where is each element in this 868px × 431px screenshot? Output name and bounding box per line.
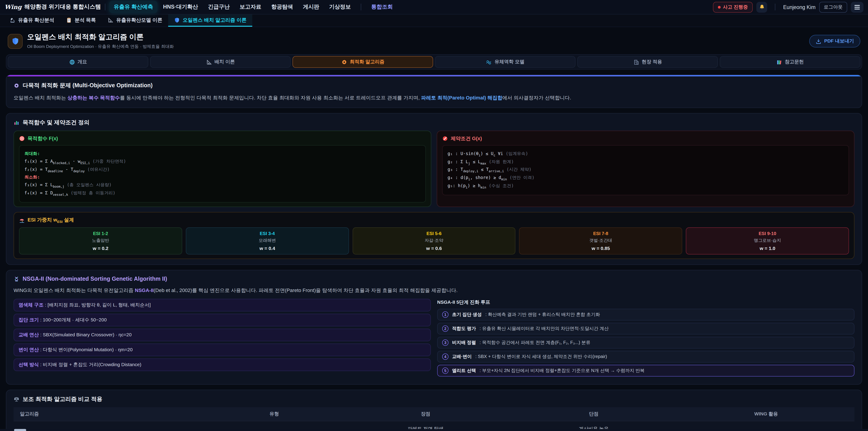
step-description: : 목적함수 공간에서 파레토 전면 계층(F₁, F₂, F₃...) 분류	[480, 339, 590, 346]
sub-tab-유출유 확산분석[interactable]: 유출유 확산분석	[4, 14, 60, 27]
main-nav: 유출유 확산예측HNS·대기확산긴급구난보고자료항공탐색게시판기상정보통합조회	[110, 1, 713, 13]
horizontal-scrollbar[interactable]	[0, 429, 868, 431]
esi-weight-value: w = 0.6	[355, 246, 513, 251]
parameter-label: 교배 연산	[19, 332, 39, 337]
incident-status-badge[interactable]: 사고 진행중	[713, 2, 753, 12]
page-icon-box	[8, 34, 23, 49]
dna-icon	[13, 276, 20, 282]
sub-tab-분석 목록[interactable]: 분석 목록	[60, 14, 102, 27]
step-label: 엘리트 선택	[452, 368, 476, 374]
logo-mark: Wing	[4, 4, 22, 10]
column-header-알고리즘: 알고리즘	[13, 407, 207, 421]
esi-weights-title: ESI 가중치 wESI 설계	[19, 217, 849, 224]
section-tab-유체역학 모델[interactable]: 유체역학 모델	[435, 56, 576, 68]
nsga-parameter-row: 선택 방식 : 비지배 정렬 + 혼잡도 거리(Crowding Distanc…	[13, 359, 431, 371]
section-tab-현장 적용[interactable]: 현장 적용	[577, 56, 718, 68]
section-tab-최적화 알고리즘[interactable]: 최적화 알고리즘	[292, 56, 433, 68]
section-tab-label: 최적화 알고리즘	[350, 59, 384, 65]
minimize-label: 최소화:	[24, 175, 421, 181]
nsga-parameter-row: 집단 크기 : 100~200개체 · 세대수 50~200	[13, 314, 431, 326]
section-tab-배치 이론[interactable]: 배치 이론	[150, 56, 291, 68]
microscope-icon	[9, 17, 16, 23]
step-label: 교배·변이	[452, 353, 472, 360]
logout-button[interactable]: 로그아웃	[819, 2, 847, 12]
incident-status-label: 사고 진행중	[723, 4, 748, 10]
shield-icon	[174, 17, 180, 23]
column-header-유형: 유형	[207, 407, 342, 421]
nav-item-기상정보[interactable]: 기상정보	[325, 1, 355, 13]
step-number: 5	[442, 368, 448, 374]
nav-item-항공탐색[interactable]: 항공탐색	[267, 1, 297, 13]
building-icon	[633, 59, 639, 65]
nsga-step-row: 4교배·변이 : SBX + 다항식 변이로 자식 세대 생성, 제약조건 위반…	[437, 351, 855, 363]
parameter-value: : [배치지점 좌표, 방향각 θ, 길이 L, 형태, 배치순서]	[43, 302, 151, 307]
section-tab-개요[interactable]: 개요	[8, 56, 148, 68]
menu-button[interactable]	[851, 2, 864, 12]
constraint-panel: 제약조건 G(x) g₁ : U·sin(θi) ≤ Uc ∀i (임계유속) …	[437, 130, 855, 207]
definition-heading: 목적함수 및 제약조건 정의	[13, 119, 855, 126]
esi-card-ESI 5-6: ESI 5-6자갈·조약w = 0.6	[352, 227, 516, 255]
page-subtitle: Oil Boom Deployment Optimization · 유출유 확…	[27, 44, 809, 50]
highlight-nsga: NSGA-II	[135, 288, 154, 293]
formula-line: f₃(x) = Σ Lboom,j (총 오일펜스 사용량)	[24, 182, 421, 189]
definition-panels: 목적함수 F(x) 최대화: f₁(x) = Σ Ablocked,i · wE…	[13, 130, 855, 207]
objective-panel: 목적함수 F(x) 최대화: f₁(x) = Σ Ablocked,i · wE…	[13, 130, 431, 207]
divider	[775, 4, 776, 10]
set-square-icon	[107, 17, 114, 23]
section-tab-참고문헌[interactable]: 참고문헌	[720, 56, 860, 68]
esi-range: ESI 1-2	[21, 231, 180, 236]
gear-icon	[341, 59, 347, 65]
esi-card-ESI 7-8: ESI 7-8갯벌·조간대w = 0.85	[519, 227, 682, 255]
esi-card-ESI 1-2: ESI 1-2노출암반w = 0.2	[19, 227, 182, 255]
nav-item-보고자료[interactable]: 보고자료	[236, 1, 266, 13]
notifications-button[interactable]	[756, 2, 767, 12]
beach-icon	[19, 217, 25, 223]
sub-tab-label: 유출유확산모델 이론	[116, 17, 162, 24]
esi-shore-type: 자갈·조약	[355, 238, 513, 244]
nsga-parameters: 염색체 구조 : [배치지점 좌표, 방향각 θ, 길이 L, 형태, 배치순서…	[13, 299, 431, 379]
sub-tab-오일펜스 배치 알고리즘 이론[interactable]: 오일펜스 배치 알고리즘 이론	[168, 14, 252, 27]
app-title: 해양환경 위기대응 통합시스템	[24, 3, 101, 11]
step-label: 적합도 평가	[452, 326, 476, 332]
wave-icon	[486, 59, 492, 65]
nav-item-통합조회[interactable]: 통합조회	[367, 1, 397, 13]
formula-line: f₁(x) = Σ Ablocked,i · wESI,i (가중 차단면적)	[24, 158, 421, 165]
table-header-row: 알고리즘유형장점단점WING 활용	[13, 407, 855, 421]
bar-chart-icon	[13, 120, 20, 125]
definition-card: 목적함수 및 제약조건 정의 목적함수 F(x) 최대화: f₁(x) = Σ …	[6, 113, 862, 265]
scrollbar-thumb[interactable]	[14, 429, 26, 431]
nsga-step-row: 1초기 집단 생성 : 확산예측 결과 기반 랜덤 + 휴리스틱 배치안 혼합 …	[437, 309, 855, 320]
parameter-label: 변이 연산	[19, 347, 39, 352]
main-content: 오일펜스 배치 최적화 알고리즘 이론 Oil Boom Deployment …	[0, 27, 868, 431]
scales-icon	[13, 396, 20, 402]
shield-icon	[11, 37, 19, 45]
objective-formulas: 최대화: f₁(x) = Σ Ablocked,i · wESI,i (가중 차…	[19, 145, 426, 203]
divider	[361, 4, 361, 10]
sub-tab-label: 유출유 확산분석	[18, 17, 54, 24]
sub-tab-label: 분석 목록	[74, 17, 96, 24]
page-header: 오일펜스 배치 최적화 알고리즘 이론 Oil Boom Deployment …	[8, 33, 860, 50]
step-label: 비지배 정렬	[452, 339, 476, 346]
constraint-panel-title: 제약조건 G(x)	[442, 135, 849, 142]
nav-item-게시판[interactable]: 게시판	[299, 1, 323, 13]
nsga-steps: 1초기 집단 생성 : 확산예측 결과 기반 랜덤 + 휴리스틱 배치안 혼합 …	[437, 309, 855, 376]
step-description: : 부모+자식 2N 집단에서 비지배 정렬+혼잡도 기준으로 N개 선택 → …	[480, 368, 645, 374]
nav-item-유출유 확산예측[interactable]: 유출유 확산예측	[110, 1, 157, 13]
sub-tab-유출유확산모델 이론[interactable]: 유출유확산모델 이론	[102, 14, 168, 27]
divider	[105, 4, 105, 10]
nav-item-긴급구난[interactable]: 긴급구난	[204, 1, 234, 13]
nsga-columns: 염색체 구조 : [배치지점 좌표, 방향각 θ, 길이 L, 형태, 배치순서…	[13, 299, 855, 379]
clipboard-icon	[66, 17, 72, 23]
app-logo: Wing 해양환경 위기대응 통합시스템	[4, 3, 101, 11]
download-icon	[815, 38, 822, 44]
pdf-export-label: PDF 내보내기	[824, 38, 854, 44]
pdf-export-button[interactable]: PDF 내보내기	[809, 35, 860, 48]
nsga-paragraph: WING의 오일펜스 배치 최적화는 다목적 유전알고리즘 NSGA-II(De…	[13, 286, 855, 295]
nav-item-HNS·대기확산[interactable]: HNS·대기확산	[159, 1, 202, 13]
step-label: 초기 집단 생성	[452, 311, 482, 318]
esi-shore-type: 갯벌·조간대	[522, 238, 680, 244]
esi-weight-value: w = 0.4	[188, 246, 347, 251]
comparison-heading: 보조 최적화 알고리즘 비교 적용	[13, 396, 855, 403]
step-number: 3	[442, 339, 448, 346]
formula-line: f₂(x) = Tdeadline - Tdeploy (여유시간)	[24, 166, 421, 173]
